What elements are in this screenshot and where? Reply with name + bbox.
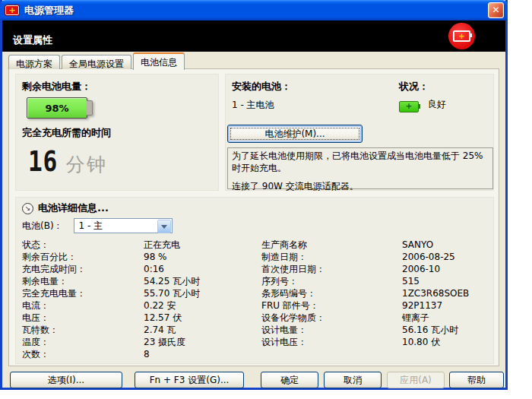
tab-battery-info[interactable]: 电池信息 bbox=[133, 52, 185, 70]
tab-power-scheme[interactable]: 电源方案 bbox=[8, 55, 60, 69]
close-icon[interactable]: ✕ bbox=[488, 2, 504, 18]
detail-row: 完全充电电量：55.70 瓦小时 bbox=[22, 287, 254, 299]
status-battery-icon: + bbox=[399, 101, 419, 112]
installed-battery-value: 1 - 主电池 bbox=[232, 99, 274, 112]
ok-button[interactable]: 确定 bbox=[261, 372, 318, 388]
battery-select-row: 电池(B)： 1 - 主 bbox=[22, 218, 173, 233]
app-battery-icon: + bbox=[5, 5, 20, 16]
charge-time-unit: 分钟 bbox=[66, 152, 107, 177]
detail-row: 序列号：515 bbox=[261, 275, 489, 287]
battery-percent-text: 98% bbox=[45, 103, 68, 114]
battery-select-value: 1 - 主 bbox=[74, 220, 103, 233]
detail-row: 状态：正在充电 bbox=[22, 239, 254, 251]
brand-battery-icon: + bbox=[448, 23, 475, 49]
detail-row: 设备化学物质：锂离子 bbox=[261, 312, 489, 324]
detail-row: 设计电压：10.80 伏 bbox=[261, 336, 489, 348]
detail-row: 剩余百分比：98 % bbox=[22, 251, 254, 263]
battery-maintenance-button[interactable]: 电池维护(M)... bbox=[227, 125, 363, 143]
tab-strip: 电源方案 全局电源设置 电池信息 bbox=[8, 53, 186, 69]
options-button[interactable]: 选项(I)... bbox=[10, 372, 122, 388]
window-title: 电源管理器 bbox=[24, 4, 74, 17]
header-band: 设置属性 + bbox=[2, 21, 505, 52]
detail-row: 生产商名称SANYO bbox=[261, 239, 489, 251]
battery-level-indicator: 98% bbox=[27, 97, 87, 119]
detail-row: 温度：23 摄氏度 bbox=[22, 336, 254, 348]
chevron-down-icon[interactable] bbox=[157, 220, 171, 233]
notice-line-1: 为了延长电池使用期限，已将电池设置成当电池电量低于 25% 时开始充电。 bbox=[232, 150, 489, 174]
detail-row: 瓦特数：2.74 瓦 bbox=[22, 324, 254, 336]
charge-time-display: 16 分钟 bbox=[28, 144, 107, 178]
installed-battery-panel: 安装的电池： 1 - 主电池 状况： + 良好 电池维护(M)... 为了延长电… bbox=[225, 74, 494, 191]
remaining-charge-label: 剩余电池电量： bbox=[22, 80, 91, 93]
full-charge-time-label: 完全充电所需的时间 bbox=[22, 126, 111, 140]
condition-label: 状况： bbox=[399, 80, 429, 93]
power-manager-window: + 电源管理器 ✕ 设置属性 + 电源方案 全局电源设置 电池信息 剩余电池电量… bbox=[0, 0, 508, 390]
battery-select-label: 电池(B)： bbox=[22, 220, 63, 233]
detail-row: 条形码编号：1ZC3R68SOEB bbox=[261, 287, 489, 299]
cancel-button[interactable]: 取消 bbox=[324, 372, 382, 388]
detail-row: 剩余电量：54.25 瓦小时 bbox=[22, 275, 254, 287]
detail-row: 充电完成时间：0:16 bbox=[22, 263, 254, 275]
detail-row: FRU 部件号：92P1137 bbox=[261, 299, 489, 312]
detail-row: 次数：8 bbox=[22, 348, 254, 360]
battery-select-dropdown[interactable]: 1 - 主 bbox=[74, 218, 173, 233]
details-section-header[interactable]: ↘ 电池详细信息... bbox=[22, 201, 109, 215]
detail-row: 设计电量：56.16 瓦小时 bbox=[261, 324, 489, 336]
installed-battery-label: 安装的电池： bbox=[232, 80, 291, 93]
page-title: 设置属性 bbox=[13, 33, 52, 47]
fn-f3-settings-button[interactable]: Fn + F3 设置(G)... bbox=[135, 372, 244, 388]
help-button[interactable]: 帮助 bbox=[449, 372, 504, 388]
titlebar[interactable]: + 电源管理器 ✕ bbox=[0, 0, 508, 21]
collapse-arrow-icon[interactable]: ↘ bbox=[22, 203, 33, 214]
battery-nub bbox=[87, 100, 93, 116]
charge-time-value: 16 bbox=[28, 144, 58, 178]
detail-row: 首次使用日期：2006-10 bbox=[261, 263, 489, 275]
battery-details-panel: ↘ 电池详细信息... 电池(B)： 1 - 主 状态：正在充电 剩余百分比：9… bbox=[15, 197, 494, 364]
condition-value: 良好 bbox=[428, 99, 446, 109]
detail-row: 电压：12.57 伏 bbox=[22, 312, 254, 324]
battery-info-page: 剩余电池电量： 98% 完全充电所需的时间 16 分钟 安装的电池： 1 - 主… bbox=[8, 68, 499, 366]
detail-row: 制造日期：2006-08-25 bbox=[261, 251, 489, 263]
tab-global-power-settings[interactable]: 全局电源设置 bbox=[62, 55, 131, 69]
remaining-charge-panel: 剩余电池电量： 98% 完全充电所需的时间 16 分钟 bbox=[15, 74, 219, 191]
charge-threshold-notice: 为了延长电池使用期限，已将电池设置成当电池电量低于 25% 时开始充电。 连接了… bbox=[227, 147, 493, 189]
condition-row: + 良好 bbox=[399, 98, 446, 112]
detail-row: 电流：0.22 安 bbox=[22, 299, 254, 312]
apply-button: 应用(A) bbox=[387, 372, 445, 388]
details-section-title: 电池详细信息... bbox=[38, 201, 109, 215]
details-right-column: 生产商名称SANYO 制造日期：2006-08-25 首次使用日期：2006-1… bbox=[261, 239, 489, 348]
details-left-column: 状态：正在充电 剩余百分比：98 % 充电完成时间：0:16 剩余电量：54.2… bbox=[22, 239, 254, 360]
notice-line-2: 连接了 90W 交流电源适配器。 bbox=[232, 180, 489, 192]
